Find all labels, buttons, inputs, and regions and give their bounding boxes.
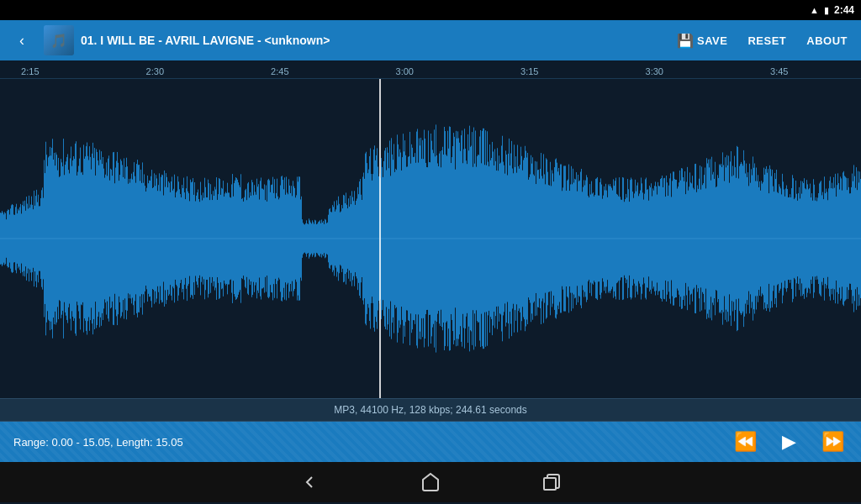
time-marker-6: 3:45 (770, 66, 788, 76)
waveform-container[interactable] (0, 79, 861, 398)
range-info: Range: 0.00 - 15.05, Length: 15.05 (13, 436, 730, 449)
android-recents-button[interactable] (541, 472, 562, 492)
timeline-ruler: 2:15 2:30 2:45 3:00 3:15 3:30 3:45 (0, 60, 861, 79)
svg-rect-0 (544, 478, 556, 490)
about-button[interactable]: ABOUT (800, 29, 854, 52)
status-time: 2:44 (834, 4, 854, 16)
file-info-text: MP3, 44100 Hz, 128 kbps; 244.61 seconds (334, 404, 526, 416)
android-back-button[interactable] (299, 472, 320, 492)
save-label: SAVE (697, 34, 727, 47)
time-marker-1: 2:30 (146, 66, 164, 76)
rewind-button[interactable]: ⏪ (730, 427, 760, 457)
android-home-button[interactable] (420, 472, 441, 492)
time-marker-0: 2:15 (21, 66, 39, 76)
toolbar: ‹ 🎵 01. I WILL BE - AVRIL LAVIGNE - <unk… (0, 20, 861, 60)
status-bar: ▲ ▮ 2:44 (0, 0, 861, 20)
controls-bar: Range: 0.00 - 15.05, Length: 15.05 ⏪ ▶ ⏩ (0, 422, 861, 462)
save-button[interactable]: 💾 SAVE (670, 28, 735, 54)
transport-controls: ⏪ ▶ ⏩ (730, 427, 848, 457)
battery-icon: ▮ (824, 5, 829, 16)
wifi-icon: ▲ (810, 5, 819, 15)
reset-label: RESET (747, 34, 786, 47)
file-info-bar: MP3, 44100 Hz, 128 kbps; 244.61 seconds (0, 398, 861, 422)
play-button[interactable]: ▶ (774, 427, 804, 457)
time-marker-2: 2:45 (271, 66, 288, 76)
time-marker-4: 3:15 (520, 66, 538, 76)
song-title: 01. I WILL BE - AVRIL LAVIGNE - <unknown… (81, 34, 663, 47)
nav-bar (0, 462, 861, 502)
waveform-canvas[interactable] (0, 79, 861, 398)
about-label: ABOUT (806, 34, 848, 47)
time-marker-3: 3:00 (396, 66, 414, 76)
album-art: 🎵 (44, 25, 74, 55)
back-button[interactable]: ‹ (7, 25, 37, 55)
fast-forward-button[interactable]: ⏩ (817, 427, 848, 457)
reset-button[interactable]: RESET (741, 29, 793, 52)
save-icon: 💾 (677, 33, 695, 49)
time-marker-5: 3:30 (646, 66, 663, 76)
